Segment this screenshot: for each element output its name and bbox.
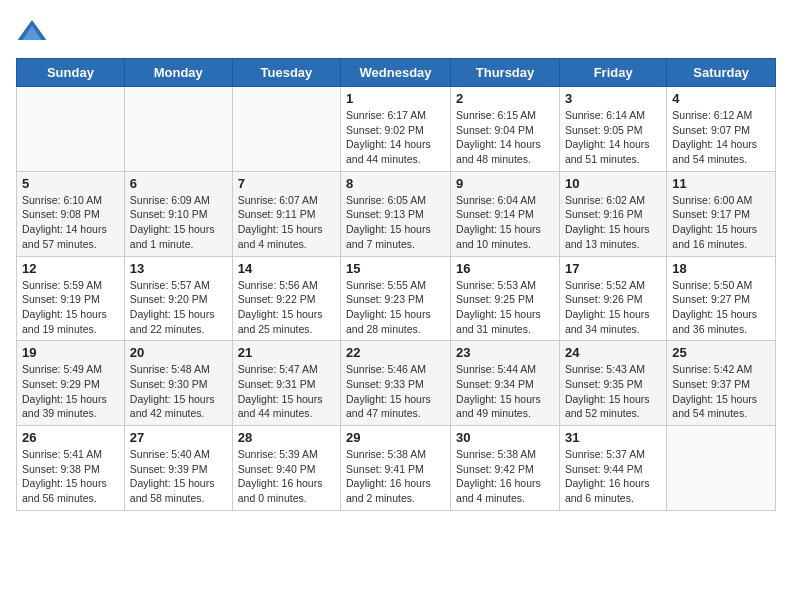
day-info: Sunrise: 5:57 AMSunset: 9:20 PMDaylight:…: [130, 278, 227, 337]
day-number: 19: [22, 345, 119, 360]
logo: [16, 16, 52, 48]
day-number: 3: [565, 91, 661, 106]
day-number: 9: [456, 176, 554, 191]
weekday-header: Saturday: [667, 59, 776, 87]
calendar-cell: 4Sunrise: 6:12 AMSunset: 9:07 PMDaylight…: [667, 87, 776, 172]
day-number: 22: [346, 345, 445, 360]
weekday-header: Sunday: [17, 59, 125, 87]
day-number: 29: [346, 430, 445, 445]
calendar-week-row: 5Sunrise: 6:10 AMSunset: 9:08 PMDaylight…: [17, 171, 776, 256]
day-info: Sunrise: 5:47 AMSunset: 9:31 PMDaylight:…: [238, 362, 335, 421]
calendar-cell: 7Sunrise: 6:07 AMSunset: 9:11 PMDaylight…: [232, 171, 340, 256]
day-number: 7: [238, 176, 335, 191]
day-info: Sunrise: 5:56 AMSunset: 9:22 PMDaylight:…: [238, 278, 335, 337]
weekday-header: Monday: [124, 59, 232, 87]
day-number: 4: [672, 91, 770, 106]
day-info: Sunrise: 6:15 AMSunset: 9:04 PMDaylight:…: [456, 108, 554, 167]
day-info: Sunrise: 5:40 AMSunset: 9:39 PMDaylight:…: [130, 447, 227, 506]
calendar-cell: 14Sunrise: 5:56 AMSunset: 9:22 PMDayligh…: [232, 256, 340, 341]
calendar-week-row: 12Sunrise: 5:59 AMSunset: 9:19 PMDayligh…: [17, 256, 776, 341]
day-info: Sunrise: 5:39 AMSunset: 9:40 PMDaylight:…: [238, 447, 335, 506]
calendar-cell: [124, 87, 232, 172]
day-info: Sunrise: 6:05 AMSunset: 9:13 PMDaylight:…: [346, 193, 445, 252]
day-info: Sunrise: 5:38 AMSunset: 9:42 PMDaylight:…: [456, 447, 554, 506]
day-number: 12: [22, 261, 119, 276]
calendar-cell: 5Sunrise: 6:10 AMSunset: 9:08 PMDaylight…: [17, 171, 125, 256]
day-number: 1: [346, 91, 445, 106]
day-number: 14: [238, 261, 335, 276]
day-number: 2: [456, 91, 554, 106]
calendar-cell: 1Sunrise: 6:17 AMSunset: 9:02 PMDaylight…: [341, 87, 451, 172]
day-info: Sunrise: 6:14 AMSunset: 9:05 PMDaylight:…: [565, 108, 661, 167]
day-number: 11: [672, 176, 770, 191]
calendar-cell: 12Sunrise: 5:59 AMSunset: 9:19 PMDayligh…: [17, 256, 125, 341]
weekday-header: Wednesday: [341, 59, 451, 87]
calendar-cell: 24Sunrise: 5:43 AMSunset: 9:35 PMDayligh…: [559, 341, 666, 426]
day-info: Sunrise: 5:38 AMSunset: 9:41 PMDaylight:…: [346, 447, 445, 506]
day-info: Sunrise: 6:00 AMSunset: 9:17 PMDaylight:…: [672, 193, 770, 252]
day-info: Sunrise: 6:07 AMSunset: 9:11 PMDaylight:…: [238, 193, 335, 252]
calendar-cell: 30Sunrise: 5:38 AMSunset: 9:42 PMDayligh…: [451, 426, 560, 511]
calendar-cell: 25Sunrise: 5:42 AMSunset: 9:37 PMDayligh…: [667, 341, 776, 426]
day-number: 15: [346, 261, 445, 276]
calendar-cell: 3Sunrise: 6:14 AMSunset: 9:05 PMDaylight…: [559, 87, 666, 172]
calendar-cell: 27Sunrise: 5:40 AMSunset: 9:39 PMDayligh…: [124, 426, 232, 511]
day-number: 5: [22, 176, 119, 191]
day-number: 18: [672, 261, 770, 276]
day-number: 31: [565, 430, 661, 445]
day-number: 6: [130, 176, 227, 191]
day-number: 30: [456, 430, 554, 445]
day-info: Sunrise: 5:55 AMSunset: 9:23 PMDaylight:…: [346, 278, 445, 337]
day-number: 23: [456, 345, 554, 360]
day-number: 17: [565, 261, 661, 276]
day-number: 25: [672, 345, 770, 360]
weekday-header-row: SundayMondayTuesdayWednesdayThursdayFrid…: [17, 59, 776, 87]
calendar-cell: 21Sunrise: 5:47 AMSunset: 9:31 PMDayligh…: [232, 341, 340, 426]
day-info: Sunrise: 5:44 AMSunset: 9:34 PMDaylight:…: [456, 362, 554, 421]
day-info: Sunrise: 5:48 AMSunset: 9:30 PMDaylight:…: [130, 362, 227, 421]
calendar-week-row: 26Sunrise: 5:41 AMSunset: 9:38 PMDayligh…: [17, 426, 776, 511]
calendar-cell: 2Sunrise: 6:15 AMSunset: 9:04 PMDaylight…: [451, 87, 560, 172]
calendar-cell: [17, 87, 125, 172]
calendar-cell: 9Sunrise: 6:04 AMSunset: 9:14 PMDaylight…: [451, 171, 560, 256]
day-info: Sunrise: 5:42 AMSunset: 9:37 PMDaylight:…: [672, 362, 770, 421]
day-info: Sunrise: 5:41 AMSunset: 9:38 PMDaylight:…: [22, 447, 119, 506]
day-number: 28: [238, 430, 335, 445]
calendar-cell: 10Sunrise: 6:02 AMSunset: 9:16 PMDayligh…: [559, 171, 666, 256]
calendar-cell: [667, 426, 776, 511]
calendar-cell: [232, 87, 340, 172]
calendar-cell: 16Sunrise: 5:53 AMSunset: 9:25 PMDayligh…: [451, 256, 560, 341]
day-info: Sunrise: 6:10 AMSunset: 9:08 PMDaylight:…: [22, 193, 119, 252]
day-number: 13: [130, 261, 227, 276]
day-number: 10: [565, 176, 661, 191]
page-header: [16, 16, 776, 48]
day-info: Sunrise: 5:49 AMSunset: 9:29 PMDaylight:…: [22, 362, 119, 421]
calendar-cell: 31Sunrise: 5:37 AMSunset: 9:44 PMDayligh…: [559, 426, 666, 511]
weekday-header: Thursday: [451, 59, 560, 87]
calendar-cell: 22Sunrise: 5:46 AMSunset: 9:33 PMDayligh…: [341, 341, 451, 426]
calendar-cell: 20Sunrise: 5:48 AMSunset: 9:30 PMDayligh…: [124, 341, 232, 426]
day-number: 26: [22, 430, 119, 445]
day-info: Sunrise: 5:59 AMSunset: 9:19 PMDaylight:…: [22, 278, 119, 337]
day-info: Sunrise: 6:12 AMSunset: 9:07 PMDaylight:…: [672, 108, 770, 167]
day-number: 16: [456, 261, 554, 276]
calendar-cell: 26Sunrise: 5:41 AMSunset: 9:38 PMDayligh…: [17, 426, 125, 511]
day-number: 24: [565, 345, 661, 360]
day-info: Sunrise: 5:37 AMSunset: 9:44 PMDaylight:…: [565, 447, 661, 506]
weekday-header: Tuesday: [232, 59, 340, 87]
calendar-week-row: 19Sunrise: 5:49 AMSunset: 9:29 PMDayligh…: [17, 341, 776, 426]
day-info: Sunrise: 5:50 AMSunset: 9:27 PMDaylight:…: [672, 278, 770, 337]
calendar-cell: 29Sunrise: 5:38 AMSunset: 9:41 PMDayligh…: [341, 426, 451, 511]
weekday-header: Friday: [559, 59, 666, 87]
calendar-cell: 15Sunrise: 5:55 AMSunset: 9:23 PMDayligh…: [341, 256, 451, 341]
day-info: Sunrise: 5:46 AMSunset: 9:33 PMDaylight:…: [346, 362, 445, 421]
calendar-table: SundayMondayTuesdayWednesdayThursdayFrid…: [16, 58, 776, 511]
logo-icon: [16, 16, 48, 48]
calendar-cell: 19Sunrise: 5:49 AMSunset: 9:29 PMDayligh…: [17, 341, 125, 426]
calendar-cell: 6Sunrise: 6:09 AMSunset: 9:10 PMDaylight…: [124, 171, 232, 256]
day-info: Sunrise: 6:04 AMSunset: 9:14 PMDaylight:…: [456, 193, 554, 252]
day-info: Sunrise: 5:52 AMSunset: 9:26 PMDaylight:…: [565, 278, 661, 337]
day-number: 20: [130, 345, 227, 360]
day-info: Sunrise: 6:17 AMSunset: 9:02 PMDaylight:…: [346, 108, 445, 167]
day-number: 27: [130, 430, 227, 445]
